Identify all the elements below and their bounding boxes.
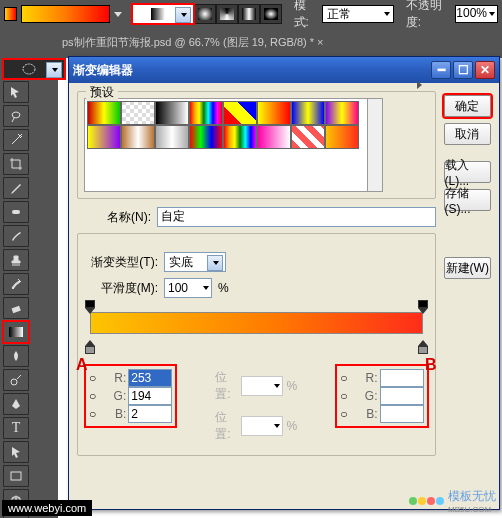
- opacity-label: 不透明度:: [406, 0, 452, 31]
- preset-swatch[interactable]: [121, 125, 155, 149]
- maximize-button[interactable]: ☐: [453, 61, 473, 79]
- preset-swatch-list: [84, 98, 368, 192]
- b-b-input[interactable]: [380, 405, 424, 423]
- angle-gradient-icon: [220, 8, 234, 20]
- color-stop-right[interactable]: [418, 340, 428, 354]
- gradient-preview[interactable]: [21, 5, 110, 23]
- reflected-gradient-button[interactable]: [238, 4, 260, 24]
- move-tool[interactable]: [3, 81, 29, 103]
- preset-scrollbar[interactable]: [368, 98, 383, 192]
- lasso-tool[interactable]: [3, 105, 29, 127]
- preset-swatch[interactable]: [325, 125, 359, 149]
- ok-button[interactable]: 确定: [444, 95, 491, 117]
- eyedropper-tool[interactable]: [3, 177, 29, 199]
- marker-a: A: [76, 356, 88, 374]
- dialog-title: 渐变编辑器: [73, 62, 133, 79]
- svg-rect-2: [12, 306, 21, 313]
- preset-swatch[interactable]: [189, 101, 223, 125]
- options-bar: 模式: 正常 不透明度: 100%: [0, 0, 502, 28]
- preset-swatch[interactable]: [257, 125, 291, 149]
- mode-select[interactable]: 正常: [322, 5, 394, 23]
- name-input[interactable]: 自定: [157, 207, 436, 227]
- radial-gradient-button[interactable]: [194, 4, 216, 24]
- preset-swatch[interactable]: [325, 101, 359, 125]
- preset-swatch[interactable]: [155, 101, 189, 125]
- new-button[interactable]: 新建(W): [444, 257, 491, 279]
- r-label: R:: [98, 371, 126, 385]
- heal-tool[interactable]: [3, 201, 29, 223]
- radio-icon[interactable]: ○: [89, 407, 96, 421]
- a-g-input[interactable]: [128, 387, 172, 405]
- preset-swatch[interactable]: [87, 101, 121, 125]
- gradient-swatch-icon[interactable]: [4, 7, 17, 21]
- watermark-left: www.webyi.com: [2, 500, 92, 516]
- gradient-ramp[interactable]: A B: [90, 312, 423, 342]
- close-button[interactable]: ✕: [475, 61, 495, 79]
- marquee-tool[interactable]: [3, 59, 65, 79]
- preset-swatch[interactable]: [189, 125, 223, 149]
- preset-swatch[interactable]: [121, 101, 155, 125]
- gradient-type-group: [132, 4, 282, 24]
- history-brush-tool[interactable]: [3, 273, 29, 295]
- smoothness-label: 平滑度(M):: [84, 280, 158, 297]
- opacity-stop-left[interactable]: [85, 300, 95, 314]
- stamp-tool[interactable]: [3, 249, 29, 271]
- type-tool[interactable]: T: [3, 417, 29, 439]
- preset-swatch[interactable]: [155, 125, 189, 149]
- preset-swatch[interactable]: [291, 125, 325, 149]
- color-stop-left[interactable]: [85, 340, 95, 354]
- percent-label: %: [218, 281, 229, 295]
- diamond-gradient-button[interactable]: [260, 4, 282, 24]
- rgb-b-group: ○R: ○G: ○B:: [337, 366, 426, 426]
- radio-icon[interactable]: ○: [340, 389, 347, 403]
- angle-gradient-button[interactable]: [216, 4, 238, 24]
- b-g-input[interactable]: [380, 387, 424, 405]
- r-label: R:: [350, 371, 378, 385]
- name-label: 名称(N):: [77, 209, 151, 226]
- preset-swatch[interactable]: [291, 101, 325, 125]
- radio-icon[interactable]: ○: [340, 371, 347, 385]
- preset-swatch[interactable]: [87, 125, 121, 149]
- svg-rect-5: [11, 472, 21, 480]
- rgb-a-group: ○R: ○G: ○B:: [86, 366, 175, 426]
- preset-swatch[interactable]: [223, 125, 257, 149]
- cancel-button[interactable]: 取消: [444, 123, 491, 145]
- location-input[interactable]: [241, 376, 283, 396]
- gradient-bar[interactable]: [90, 312, 423, 334]
- preset-swatch[interactable]: [223, 101, 257, 125]
- document-tab[interactable]: ps制作重阳节海报.psd @ 66.7% (图层 19, RGB/8) * ×: [62, 30, 324, 54]
- wand-tool[interactable]: [3, 129, 29, 151]
- radio-icon[interactable]: ○: [89, 371, 96, 385]
- a-r-input[interactable]: [128, 369, 172, 387]
- save-button[interactable]: 存储(S)...: [444, 189, 491, 211]
- brush-tool[interactable]: [3, 225, 29, 247]
- pen-tool[interactable]: [3, 393, 29, 415]
- gradient-type-select[interactable]: 实底: [164, 252, 226, 272]
- load-button[interactable]: 载入(L)...: [444, 161, 491, 183]
- blur-tool[interactable]: [3, 345, 29, 367]
- linear-gradient-button[interactable]: [132, 4, 194, 24]
- eraser-tool[interactable]: [3, 297, 29, 319]
- dodge-tool[interactable]: [3, 369, 29, 391]
- diamond-gradient-icon: [264, 8, 278, 20]
- smoothness-input[interactable]: 100: [164, 278, 212, 298]
- g-label: G:: [98, 389, 126, 403]
- b-label: B:: [98, 407, 126, 421]
- opacity-stop-right[interactable]: [418, 300, 428, 314]
- dialog-titlebar[interactable]: 渐变编辑器 ━ ☐ ✕: [69, 57, 499, 83]
- location-input[interactable]: [241, 416, 283, 436]
- path-select-tool[interactable]: [3, 441, 29, 463]
- dropdown-arrow-icon[interactable]: [114, 12, 122, 17]
- preset-swatch[interactable]: [257, 101, 291, 125]
- radio-icon[interactable]: ○: [89, 389, 96, 403]
- radio-icon[interactable]: ○: [340, 407, 347, 421]
- gradient-tool[interactable]: [3, 321, 29, 343]
- marker-b: B: [425, 356, 437, 374]
- logo-icon: [409, 497, 444, 505]
- opacity-input[interactable]: 100%: [455, 5, 498, 23]
- shape-tool[interactable]: [3, 465, 29, 487]
- crop-tool[interactable]: [3, 153, 29, 175]
- minimize-button[interactable]: ━: [431, 61, 451, 79]
- a-b-input[interactable]: [128, 405, 172, 423]
- b-r-input[interactable]: [380, 369, 424, 387]
